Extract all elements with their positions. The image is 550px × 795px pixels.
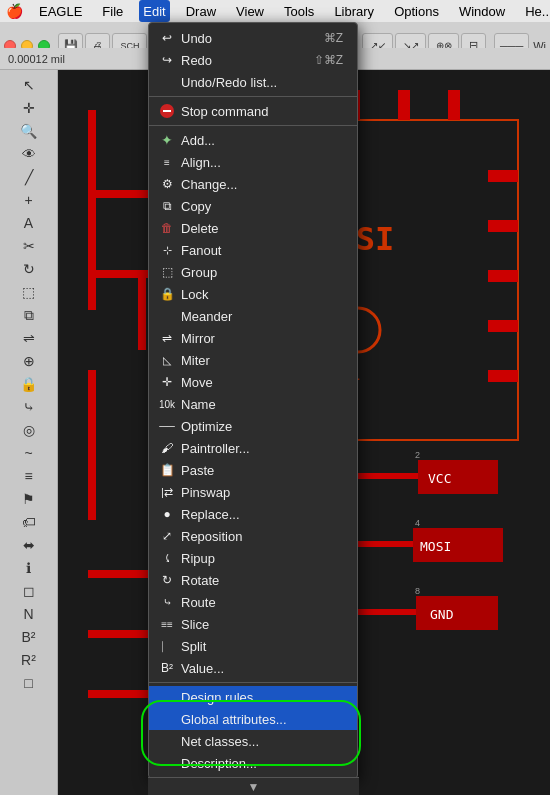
menubar-window[interactable]: Window [455, 0, 509, 22]
menu-item-global-attrs[interactable]: Global attributes... [149, 708, 357, 730]
edit-dropdown-menu: ↩ Undo ⌘Z ↪ Redo ⇧⌘Z Undo/Redo list... S… [148, 22, 358, 779]
ripup-label: Ripup [181, 551, 215, 566]
menu-item-stop[interactable]: Stop command [149, 100, 357, 122]
tool-r2[interactable]: R² [6, 649, 52, 671]
menubar-view[interactable]: View [232, 0, 268, 22]
menubar-tools[interactable]: Tools [280, 0, 318, 22]
stop-icon [159, 103, 175, 119]
menu-item-move[interactable]: ✛ Move [149, 371, 357, 393]
menubar-eagle[interactable]: EAGLE [35, 0, 86, 22]
tool-b2[interactable]: B² [6, 626, 52, 648]
menu-item-replace[interactable]: ● Replace... [149, 503, 357, 525]
apple-menu[interactable]: 🍎 [6, 3, 23, 19]
align-label: Align... [181, 155, 221, 170]
tool-lock2[interactable]: 🔒 [6, 373, 52, 395]
tool-mirror[interactable]: ⇌ [6, 327, 52, 349]
tool-select[interactable]: ↖ [6, 74, 52, 96]
menu-item-mirror[interactable]: ⇌ Mirror [149, 327, 357, 349]
replace-label: Replace... [181, 507, 240, 522]
menu-item-add[interactable]: ✦ Add... [149, 129, 357, 151]
tool-attr[interactable]: ≡ [6, 465, 52, 487]
coordinates: 0.00012 mil [8, 53, 65, 65]
mirror-icon: ⇌ [159, 330, 175, 346]
group-icon: ⬚ [159, 264, 175, 280]
copy-label: Copy [181, 199, 211, 214]
paste-label: Paste [181, 463, 214, 478]
design-rules-label: Design rules... [181, 690, 264, 705]
menu-item-undo[interactable]: ↩ Undo ⌘Z [149, 27, 357, 49]
menu-item-pinswap[interactable]: |⇄ Pinswap [149, 481, 357, 503]
menubar-options[interactable]: Options [390, 0, 443, 22]
tool-square[interactable]: □ [6, 672, 52, 694]
reposition-label: Reposition [181, 529, 242, 544]
menu-item-group[interactable]: ⬚ Group [149, 261, 357, 283]
paintroller-label: Paintroller... [181, 441, 250, 456]
tool-route2[interactable]: ⤷ [6, 396, 52, 418]
tool-zoom[interactable]: 🔍 [6, 120, 52, 142]
menu-item-meander[interactable]: Meander [149, 305, 357, 327]
menu-item-slice[interactable]: ≡≡ Slice [149, 613, 357, 635]
tool-delete[interactable]: ✂ [6, 235, 52, 257]
tool-name2[interactable]: N [6, 603, 52, 625]
menubar-file[interactable]: File [98, 0, 127, 22]
tool-eye[interactable]: 👁 [6, 143, 52, 165]
menu-item-fanout[interactable]: ⊹ Fanout [149, 239, 357, 261]
menu-item-copy[interactable]: ⧉ Copy [149, 195, 357, 217]
menu-item-undo-list[interactable]: Undo/Redo list... [149, 71, 357, 93]
menu-item-align[interactable]: ≡ Align... [149, 151, 357, 173]
tool-move[interactable]: ✛ [6, 97, 52, 119]
menu-item-paintroller[interactable]: 🖌 Paintroller... [149, 437, 357, 459]
menu-item-value[interactable]: B² Value... [149, 657, 357, 679]
menu-item-delete[interactable]: 🗑 Delete [149, 217, 357, 239]
change-icon: ⚙ [159, 176, 175, 192]
tool-rotate[interactable]: ↻ [6, 258, 52, 280]
menu-item-miter[interactable]: ◺ Miter [149, 349, 357, 371]
tool-add[interactable]: + [6, 189, 52, 211]
separator-3 [149, 682, 357, 683]
tool-text[interactable]: A [6, 212, 52, 234]
tool-snap[interactable]: ⊕ [6, 350, 52, 372]
replace-icon: ● [159, 506, 175, 522]
route-label: Route [181, 595, 216, 610]
svg-rect-9 [488, 220, 518, 232]
tool-via[interactable]: ◎ [6, 419, 52, 441]
value-label: Value... [181, 661, 224, 676]
menu-item-description[interactable]: Description... [149, 752, 357, 774]
svg-rect-31 [416, 596, 498, 630]
menu-item-route[interactable]: ⤷ Route [149, 591, 357, 613]
menu-item-ripup[interactable]: ⤹ Ripup [149, 547, 357, 569]
tool-group[interactable]: ⬚ [6, 281, 52, 303]
tool-copy2[interactable]: ⧉ [6, 304, 52, 326]
menu-item-net-classes[interactable]: Net classes... [149, 730, 357, 752]
ripup-icon: ⤹ [159, 550, 175, 566]
menubar-library[interactable]: Library [330, 0, 378, 22]
tool-info[interactable]: ℹ [6, 557, 52, 579]
menubar-edit[interactable]: Edit [139, 0, 169, 22]
menu-item-change[interactable]: ⚙ Change... [149, 173, 357, 195]
route-icon: ⤷ [159, 594, 175, 610]
menubar-help[interactable]: He... [521, 0, 550, 22]
menu-scroll-down[interactable]: ▼ [148, 777, 359, 795]
tool-tag[interactable]: 🏷 [6, 511, 52, 533]
menu-item-name[interactable]: 10k Name [149, 393, 357, 415]
menu-item-reposition[interactable]: ⤢ Reposition [149, 525, 357, 547]
value-icon: B² [159, 660, 175, 676]
svg-rect-20 [398, 90, 410, 120]
redo-icon: ↪ [159, 52, 175, 68]
tool-drc3[interactable]: ⚑ [6, 488, 52, 510]
tool-wire[interactable]: ╱ [6, 166, 52, 188]
menu-item-optimize[interactable]: ── Optimize [149, 415, 357, 437]
slice-label: Slice [181, 617, 209, 632]
menu-item-rotate[interactable]: ↻ Rotate [149, 569, 357, 591]
menu-item-redo[interactable]: ↪ Redo ⇧⌘Z [149, 49, 357, 71]
menubar-draw[interactable]: Draw [182, 0, 220, 22]
tool-measure[interactable]: ⬌ [6, 534, 52, 556]
menu-item-design-rules[interactable]: Design rules... [149, 686, 357, 708]
tool-script[interactable]: ◻ [6, 580, 52, 602]
name-label: Name [181, 397, 216, 412]
tool-ripup[interactable]: ~ [6, 442, 52, 464]
optimize-icon: ── [159, 418, 175, 434]
menu-item-split[interactable]: ⎸ Split [149, 635, 357, 657]
menu-item-paste[interactable]: 📋 Paste [149, 459, 357, 481]
menu-item-lock[interactable]: 🔒 Lock [149, 283, 357, 305]
